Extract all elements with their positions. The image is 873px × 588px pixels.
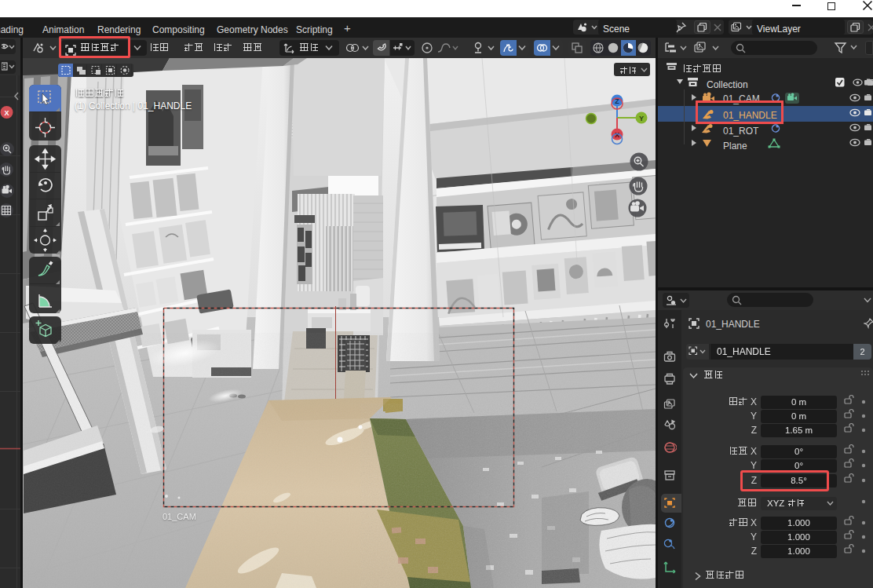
svg-text:X: X — [4, 109, 9, 117]
svg-text:Y: Y — [639, 115, 644, 122]
